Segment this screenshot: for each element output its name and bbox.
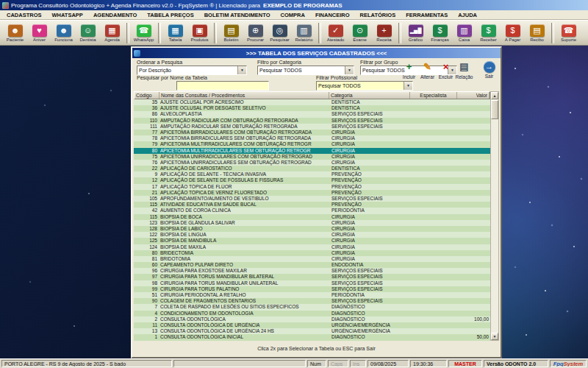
toolbar-button-recibo[interactable]: ▤Recibo [526,24,548,42]
vertical-scrollbar[interactable]: ▲ ▼ [490,91,499,341]
alterar-button[interactable]: ✎Alterar [418,61,437,79]
excluir-button[interactable]: ×Excluir [437,61,455,79]
sair-button[interactable]: →Sair [480,61,498,79]
toolbar-button-gr-fico[interactable]: ▂▅█Gráfico [404,24,427,42]
table-row[interactable]: 105APROFUNDAMENTO/AUMENTO DE VESTIBULOSE… [134,196,490,202]
menu-item-relat-rios[interactable]: RELATÓRIOS [355,11,401,19]
toolbar-button-finan-as[interactable]: $Finanças [429,24,451,42]
cell-nome: APLICAÇÃO DE CARIOSTATICO [159,166,330,171]
menu-item-compra[interactable]: COMPRA [276,11,310,19]
toolbar-button-funciona[interactable]: ☻Funciona [52,24,75,42]
table-row[interactable]: 90COLAGEM DE FRAGMENTOS DENTARIOSSERVIÇO… [134,298,490,304]
cell-valor [458,171,490,177]
table-row[interactable]: 96CIRURGIA PARA EXOSTOSE MAXILARSERVIÇOS… [134,268,490,274]
table-row[interactable]: 21APLICAÇÃO TÓPICA DE VERNIZ FLUORETADOP… [134,190,490,196]
table-row[interactable]: 110AMPUTAÇÃO RADICULAR COM OBTURAÇÃO RET… [134,118,490,124]
table-row[interactable]: 12APLICAÇÃO DE SELANTE DE FÓSSULAS E FIS… [134,177,490,183]
cell-nome: AMPUTAÇÃO RADICULAR SEM OBTURAÇÃO RETROG… [159,124,330,130]
menu-item-ajuda[interactable]: AJUDA [453,11,482,19]
table-row[interactable]: 51CIRURGIA PERIODONTAL A RETALHOPERIODON… [134,292,490,298]
cell-especialista [411,328,458,334]
table-row[interactable]: 11CONSULTA ODONTOLÓGICA DE URGÊNCIAURGÊN… [134,322,490,328]
menu-item-whatsapp[interactable]: WHATSAPP [47,11,88,19]
toolbar-button-a-pagar[interactable]: $A Pagar [501,24,524,42]
table-row[interactable]: 22APLICAÇÃO DE CARIOSTATICODENTISTICA [134,166,490,171]
scroll-up-icon[interactable]: ▲ [491,92,498,99]
column-header-nome[interactable]: Nome das Consultas / Procedimentos [159,92,329,99]
table-row[interactable]: 80BRIDECTOMIACIRURGIA [134,250,490,256]
scroll-down-icon[interactable]: ▼ [491,333,498,340]
table-row[interactable]: 125BIOPSIA DE MANDIBULACIRURGIA [134,238,490,244]
menu-item-ferramentas[interactable]: FERRAMENTAS [401,11,453,19]
toolbar-button-dentista[interactable]: ☺Dentista [76,24,99,42]
menu-item-financeiro[interactable]: FINANCEIRO [310,11,355,19]
table-row[interactable]: 36AJUSTE OCLUSAL POR DESGASTE SELETIVODE… [134,105,490,111]
professional-filter-select[interactable]: Pesquisar TODOS ▼ [316,81,413,91]
menu-item-tabela-pre-os[interactable]: TABELA PREÇOS [142,11,198,19]
table-row[interactable]: 111AMPUTAÇÃO RADICULAR SEM OBTURAÇÃO RET… [134,124,490,130]
toolbar-button-whatsapp[interactable]: ☎WhatsApp [132,24,155,42]
toolbar-label-gr-fico: Gráfico [409,38,423,42]
toolbar-button-pesquisar[interactable]: ◎Pesquisar [268,24,291,42]
table-row[interactable]: 78APICETOMIA BIRRADICULARES SEM OBTURAÇÃ… [134,135,490,141]
table-row[interactable]: 7COLETA DE RASPADO EM LESÕES OU SITIOS E… [134,304,490,310]
table-row[interactable]: 2CONSULTA ODONTOLÓGICADIAGNÓSTICO100,00 [134,316,490,322]
toolbar-button-aniver[interactable]: ♥Aniver [28,24,51,42]
table-row[interactable]: 4CONDICIONAMENTO EM ODONTOLOGIADIAGNÓSTI… [134,311,490,316]
table-row[interactable]: 9APLICAÇÃO DE SELANTE - TÉCNICA INVASIVA… [134,171,490,177]
toolbar-button-produtos[interactable]: ▣Produtos [188,24,211,42]
cell-categoria: CIRURGIA [330,256,411,262]
column-header-codigo[interactable]: Código [135,92,159,99]
table-row[interactable]: 35AJUSTE OCLUSAL POR ACRESCIMODENTISTICA [134,99,490,105]
table-row[interactable]: 128BIOPSIA DE LABIOCIRURGIA [134,226,490,232]
table-row[interactable]: 13CONSULTA ODONTOLÓGICA DE URGÊNCIA 24 H… [134,328,490,334]
table-row[interactable]: 122BIOPSIA DE LINGUACIRURGIA [134,232,490,238]
table-row[interactable]: 123BIOPSIA DE GLÂNDULA SALIVARCIRURGIA [134,220,490,226]
column-header-categoria[interactable]: Categoria [329,92,410,99]
toolbar-button-tabela[interactable]: ▦Tabela [164,24,187,42]
table-row[interactable]: 1CONSULTA ODONTOLÓGICA INICIALDIAGNÓSTIC… [134,334,490,340]
table-row[interactable]: 60CAPEAMENTO PULPAR DIRETOENDODONTIA [134,262,490,268]
toolbar-button-procurar[interactable]: ⊕Procurar [244,24,267,42]
table-name-search-input[interactable] [176,81,269,91]
cell-valor [458,196,490,202]
table-row[interactable]: 86ALVEOLOPLASTIASERVIÇOS ESPECIAIS [134,111,490,117]
toolbar-button-relat-rio[interactable]: ▥Relatório [293,24,315,42]
table-row[interactable]: 115BIOPSIA DE BOCACIRURGIA [134,214,490,220]
toolbar-button-agenda[interactable]: ▦Agenda [101,24,123,42]
toolbar-button-caixa[interactable]: ▥Caixa [453,24,476,42]
table-row[interactable]: 99CIRURGIA PARA TORUS PALATINOSERVIÇOS E… [134,286,490,292]
cell-codigo: 124 [134,244,159,250]
category-filter-select[interactable]: Pesquisar TODOS ▼ [257,66,354,75]
table-row[interactable]: 42AUMENTO DE COROA CLINICAPERIODONTIA [134,208,490,213]
table-row[interactable]: 75APICETOMIA UNIRRADICULARES COM OBTURAÇ… [134,154,490,160]
menu-item-agendamento[interactable]: AGENDAMENTO [88,11,142,19]
rela-o-button[interactable]: ▤Relação [455,61,473,79]
table-row[interactable]: 98CIRURGIA PARA TORUS MANDIBULAR UNILATE… [134,280,490,286]
table-row[interactable]: 17APLICAÇÃO TÓPICA DE FLÚORPREVENÇÃO [134,184,490,190]
incluir-button[interactable]: +Incluir [400,61,418,79]
table-row[interactable]: 80APICETOMIA MULTIRRADICULARES SEM OBTUR… [134,148,490,154]
toolbar-button-exame[interactable]: ⊙Exame [348,24,371,42]
table-row[interactable]: 115ATIVIDADE EDUCATIVA EM SAÚDE BUCALPRE… [134,202,490,208]
toolbar-button-suporte[interactable]: ☎Suporte [557,24,580,42]
menu-item-cadastros[interactable]: CADASTROS [1,11,47,19]
toolbar-button-boletim[interactable]: ▤Boletim [220,24,243,42]
scrollbar-thumb[interactable] [491,100,498,119]
toolbar-button-receber[interactable]: $Receber [477,24,500,42]
window-icon [134,50,140,57]
cell-categoria: URGÊNCIA/EMERGÊNCIA [330,322,411,328]
table-row[interactable]: 124BIOPSIA DE MAXILACIRURGIA [134,244,490,250]
table-row[interactable]: 79APICETOMIA MULTIRRADICULARES COM OBTUR… [134,141,490,147]
menu-item-boletim-atendimento[interactable]: BOLETIM ATENDIMENTO [199,11,276,19]
column-header-valor[interactable]: Valor [457,92,490,99]
table-row[interactable]: 76APICETOMIA UNIRRADICULARES SEM OBTURAÇ… [134,160,490,166]
order-search-select[interactable]: Por Descrição ▼ [137,66,247,75]
table-row[interactable]: 77APICETOMIA BIRRADICULARES COM OBTURAÇÃ… [134,130,490,135]
toolbar-button-atestado[interactable]: ✓Atestado [324,24,347,42]
table-row[interactable]: 97CIRURGIA PARA TORUS MANDIBULAR BILATER… [134,274,490,280]
toolbar-button-paciente[interactable]: ☻Paciente [4,24,26,42]
column-header-especialista[interactable]: Especialista [410,92,457,99]
table-row[interactable]: 81BRIDOTOMIACIRURGIA [134,256,490,262]
toolbar-button-receita[interactable]: +Receita [373,24,395,42]
